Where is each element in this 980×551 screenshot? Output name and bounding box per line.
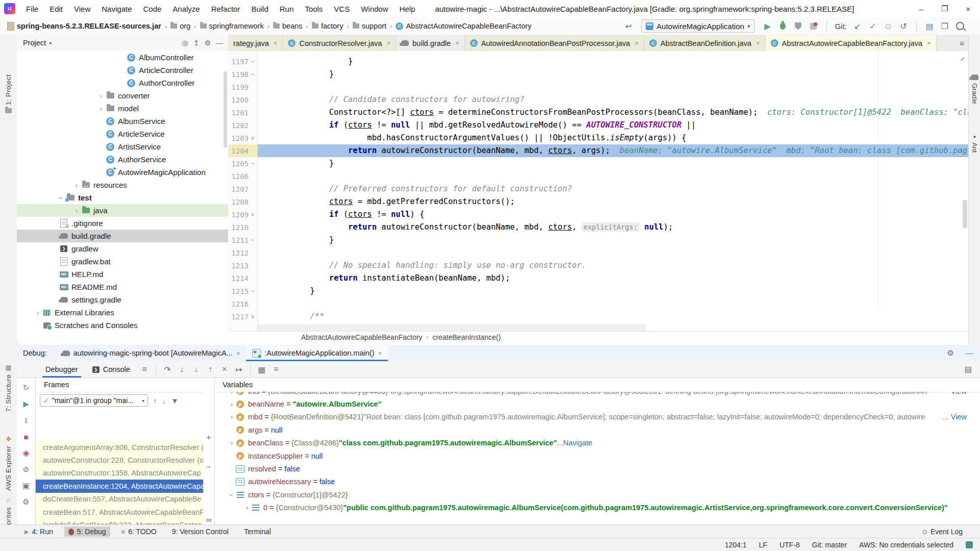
gutter-line-1200[interactable]: 1200 xyxy=(228,93,257,106)
editor[interactable]: 1197−1198−11991200120112021203∨12041205−… xyxy=(228,51,968,343)
gutter-line-1201[interactable]: 1201 xyxy=(228,106,257,119)
tree-item--gitignore[interactable]: .gitignore xyxy=(17,217,228,230)
stack-frame-row[interactable]: doCreateBean:557, AbstractAutowireCapabl… xyxy=(36,493,203,506)
git-update-icon[interactable]: ↙ xyxy=(851,20,864,32)
gutter-line-1206[interactable]: 1206 xyxy=(228,170,257,183)
search-everywhere-button[interactable] xyxy=(953,20,967,32)
code-line-1206[interactable] xyxy=(258,170,968,183)
variable-row-resolved[interactable]: 01resolved=false xyxy=(214,462,980,475)
sidebar-toolwindow-gradle[interactable]: Gradle xyxy=(969,74,980,104)
status-line-separator[interactable]: LF xyxy=(759,541,767,549)
toolwindow-button-4-run[interactable]: ▶4: Run xyxy=(20,527,57,537)
code-line-1199[interactable] xyxy=(258,81,968,93)
tree-item-articlecontroller[interactable]: CArticleController xyxy=(17,64,228,77)
inspections-ok-icon[interactable]: ✓ xyxy=(960,55,966,63)
tab-list-icon[interactable]: ≡ xyxy=(960,39,964,47)
fold-minus-icon[interactable]: − xyxy=(249,288,257,294)
code-line-1213[interactable]: // No special handling: simply use no-ar… xyxy=(258,259,968,272)
menu-item-code[interactable]: Code xyxy=(137,1,167,17)
gutter-line-1197[interactable]: 1197− xyxy=(228,55,257,68)
maximize-icon[interactable]: ❐ xyxy=(933,1,957,17)
frame-up-icon[interactable]: ↑ xyxy=(153,396,157,405)
close-icon[interactable]: × xyxy=(455,39,459,47)
tree-item-resources[interactable]: ›resources xyxy=(17,179,228,191)
stack-frame-row[interactable]: autowireConstructor:1358, AbstractAutowi… xyxy=(36,467,203,480)
gutter-line-1214[interactable]: 1214 xyxy=(228,272,257,285)
breadcrumb-item[interactable]: springframework xyxy=(200,22,264,30)
close-icon[interactable]: × xyxy=(378,349,382,357)
variable-row-ctors[interactable]: ›ctors={Constructor[1]@5422} xyxy=(214,488,980,501)
pause-icon[interactable]: ‖ xyxy=(24,415,28,425)
resume-icon[interactable]: ▶ xyxy=(23,399,29,409)
profiler-button[interactable] xyxy=(807,20,820,32)
menu-item-run[interactable]: Run xyxy=(274,1,300,17)
stack-frame-row[interactable]: lambda$doGetBean$0:323, AbstractBeanFact… xyxy=(36,518,203,524)
breadcrumb-item[interactable]: CAbstractAutowireCapableBeanFactory xyxy=(396,22,531,30)
view-link[interactable]: View xyxy=(948,392,967,395)
gutter-line-1209[interactable]: 1209∨ xyxy=(228,208,257,221)
menu-item-navigate[interactable]: Navigate xyxy=(96,1,137,17)
tree-item-autowiremagicapplication[interactable]: CAutowireMagicApplication xyxy=(17,166,228,179)
evaluate-expression-icon[interactable]: ▦ xyxy=(255,363,269,375)
run-configuration-combo[interactable]: AutowireMagicApplication▾ xyxy=(641,19,754,33)
force-step-into-icon[interactable]: ↓ xyxy=(189,363,203,375)
run-button[interactable]: ▶ xyxy=(761,20,774,32)
fold-minus-icon[interactable]: − xyxy=(249,71,257,78)
tree-item-settings-gradle[interactable]: settings.gradle xyxy=(17,293,228,306)
code-line-1208[interactable]: ctors = mbd.getPreferredConstructors(); xyxy=(258,195,968,208)
sidebar-toolwindow-7-structure[interactable]: ▦7: Structure xyxy=(0,364,17,412)
gutter-line-1208[interactable]: 1208 xyxy=(228,195,257,208)
tree-item-build-gradle[interactable]: build.gradle xyxy=(17,230,228,242)
menu-item-file[interactable]: File xyxy=(20,1,44,17)
stack-frame-row[interactable]: createArgumentArray:806, ConstructorReso… xyxy=(36,441,203,454)
tree-item-articleservice[interactable]: CArticleService xyxy=(17,128,228,140)
thread-dump-icon[interactable]: ▣ xyxy=(22,481,30,491)
tree-item-test[interactable]: ›test xyxy=(17,191,228,204)
variable-row-instancesupplier[interactable]: pinstanceSupplier=null xyxy=(214,449,980,462)
variable-row-beanname[interactable]: ›pbeanName="autowire.AlbumService" xyxy=(214,397,980,410)
gutter-line-1199[interactable]: 1199 xyxy=(228,81,257,93)
coverage-button[interactable] xyxy=(792,20,805,32)
menu-item-edit[interactable]: Edit xyxy=(44,1,68,17)
code-line-1215[interactable]: } xyxy=(258,285,968,297)
gutter-line-1202[interactable]: 1202 xyxy=(228,119,257,132)
tree-item-help-md[interactable]: MDHELP.md xyxy=(17,268,228,281)
breadcrumb-item[interactable]: spring-beans-5.2.3.RELEASE-sources.jar xyxy=(7,22,161,31)
code-line-1207[interactable]: // Preferred constructors for default co… xyxy=(258,183,968,195)
gutter-line-1198[interactable]: 1198− xyxy=(228,68,257,81)
close-icon[interactable]: × xyxy=(236,349,240,357)
gutter-line-1215[interactable]: 1215− xyxy=(228,285,257,297)
step-into-icon[interactable]: ↓ xyxy=(175,363,189,375)
fold-minus-icon[interactable]: − xyxy=(249,160,257,167)
tree-item-converter[interactable]: ›converter xyxy=(17,89,228,102)
debug-settings-icon[interactable]: ⚙ xyxy=(22,497,29,507)
fold-minus-icon[interactable]: − xyxy=(249,237,257,243)
code-line-1201[interactable]: Constructor<?>[] ctors = determineConstr… xyxy=(258,106,968,119)
gutter-line-1217[interactable]: 1217∨ xyxy=(228,310,257,323)
close-icon[interactable]: × xyxy=(927,39,931,47)
code-line-1202[interactable]: if (ctors != null || mbd.getResolvedAuto… xyxy=(258,119,968,132)
evaluate-arbitrary-icon[interactable]: ∞ xyxy=(203,515,214,524)
code-line-1205[interactable]: } xyxy=(258,157,968,170)
tree-item-model[interactable]: ›model xyxy=(17,102,228,115)
restore-layout-icon[interactable]: ▤ xyxy=(965,365,972,374)
code-line-1211[interactable]: } xyxy=(258,234,968,246)
menu-item-help[interactable]: Help xyxy=(394,1,421,17)
step-over-icon[interactable]: ↷ xyxy=(160,363,175,375)
menu-item-build[interactable]: Build xyxy=(246,1,274,17)
navigate-link[interactable]: Navigate xyxy=(563,439,592,447)
tree-item-readme-md[interactable]: MDREADME.md xyxy=(17,281,228,293)
restore-layout-icon[interactable]: ❒ xyxy=(938,20,951,32)
gutter-line-1203[interactable]: 1203∨ xyxy=(228,132,257,144)
editor-tab-abstractbeandefinition-java[interactable]: CAbstractBeanDefinition.java× xyxy=(644,35,766,51)
tree-item-java[interactable]: ›java xyxy=(17,204,228,217)
code-line-1214[interactable]: return instantiateBean(beanName, mbd); xyxy=(258,272,968,285)
debug-session-tab[interactable]: autowiring-magic-spring-boot [AutowireMa… xyxy=(56,345,246,361)
debug-button[interactable] xyxy=(776,20,790,32)
editor-tab-abstractautowirecapablebeanfactory-java[interactable]: CAbstractAutowireCapableBeanFactory.java… xyxy=(766,35,937,51)
sidebar-toolwindow-aws-explorer[interactable]: ❖AWS Explorer xyxy=(0,435,17,491)
menu-item-refactor[interactable]: Refactor xyxy=(206,1,246,17)
collapse-all-icon[interactable]: ↥ xyxy=(193,39,200,47)
tree-item-authorcontroller[interactable]: CAuthorController xyxy=(17,77,228,89)
stop-icon[interactable]: ■ xyxy=(23,432,28,442)
